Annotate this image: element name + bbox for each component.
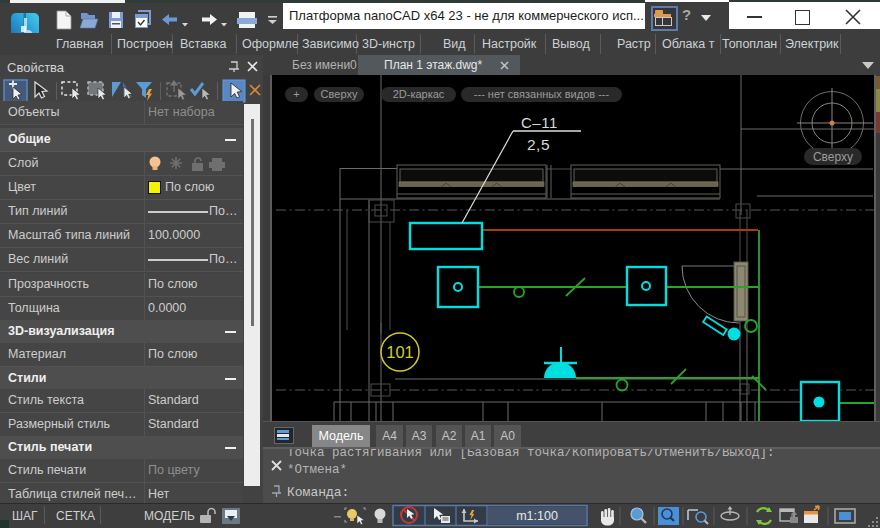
svg-text:m1:100: m1:100: [516, 509, 558, 523]
svg-text:Сверху: Сверху: [813, 150, 853, 164]
svg-text:2D-каркас: 2D-каркас: [393, 88, 445, 100]
svg-text:--- нет связанных видов ---: --- нет связанных видов ---: [474, 88, 610, 100]
svg-text:101: 101: [386, 343, 414, 361]
svg-text:С–11: С–11: [521, 114, 558, 131]
svg-text:+: +: [293, 88, 299, 100]
svg-text:2,5: 2,5: [527, 136, 550, 153]
svg-text:Сверху: Сверху: [321, 88, 358, 100]
